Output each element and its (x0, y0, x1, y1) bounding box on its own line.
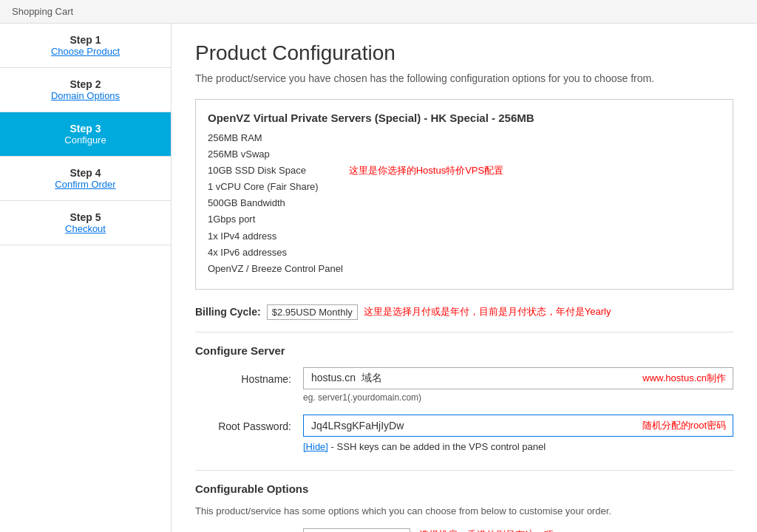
step4-sub[interactable]: Confirm Order (12, 179, 159, 190)
spec-vcpu: 1 vCPU Core (Fair Share) (208, 179, 721, 195)
step5-sub[interactable]: Checkout (12, 223, 159, 234)
sidebar-item-step3[interactable]: Step 3 Configure (0, 112, 171, 157)
step2-label: Step 2 (12, 78, 159, 90)
spec-ipv4: 1x IPv4 address (208, 228, 721, 245)
specs-annotation: 这里是你选择的Hostus特价VPS配置 (349, 165, 503, 176)
location-annotation: 选择机房，香港的则只有这一项，美国的则可选多个机房 (419, 528, 567, 532)
hostname-row: Hostname: www.hostus.cn制作 eg. server1(.y… (195, 367, 733, 403)
spec-bandwidth: 500GB Bandwidth (208, 195, 721, 211)
step4-label: Step 4 (12, 167, 159, 179)
sidebar: Step 1 Choose Product Step 2 Domain Opti… (0, 24, 172, 532)
server-location-select[interactable]: Hong Kong United States (303, 528, 410, 532)
spec-disk: 10GB SSD Disk Space 这里是你选择的Hostus特价VPS配置 (208, 163, 721, 179)
hide-link[interactable]: [Hide] (303, 441, 328, 452)
hostname-input[interactable] (303, 367, 733, 389)
hostname-label: Hostname: (195, 367, 291, 385)
step3-label: Step 3 (12, 123, 159, 134)
billing-cycle-row: Billing Cycle: $2.95USD Monthly 这里是选择月付或… (195, 304, 733, 320)
product-box: OpenVZ Virtual Private Servers (Special)… (195, 99, 733, 290)
sidebar-item-step2[interactable]: Step 2 Domain Options (0, 68, 171, 112)
configure-server-title: Configure Server (195, 344, 733, 357)
password-label: Root Password: (195, 415, 291, 432)
step2-sub[interactable]: Domain Options (12, 90, 159, 101)
sidebar-item-step1[interactable]: Step 1 Choose Product (0, 24, 171, 68)
billing-value: $2.95USD Monthly (267, 304, 358, 320)
sidebar-item-step4[interactable]: Step 4 Confirm Order (0, 157, 171, 201)
step1-sub[interactable]: Choose Product (12, 46, 159, 57)
hostname-field: www.hostus.cn制作 eg. server1(.yourdomain.… (303, 367, 733, 403)
spec-panel: OpenVZ / Breeze Control Panel (208, 261, 721, 277)
server-location-row: Server Location: Hong Kong United States… (195, 528, 733, 532)
page-desc: The product/service you have chosen has … (195, 72, 733, 84)
spec-ram: 256MB RAM (208, 130, 721, 146)
configurable-options-desc: This product/service has some options wh… (195, 505, 733, 516)
step1-label: Step 1 (12, 34, 159, 46)
configurable-options-title: Configurable Options (195, 482, 733, 495)
main-layout: Step 1 Choose Product Step 2 Domain Opti… (0, 24, 757, 532)
product-specs: 256MB RAM 256MB vSwap 10GB SSD Disk Spac… (208, 130, 721, 277)
sidebar-item-step5[interactable]: Step 5 Checkout (0, 201, 171, 245)
step5-label: Step 5 (12, 211, 159, 223)
hostname-input-wrapper: www.hostus.cn制作 (303, 367, 733, 389)
ssh-note: [Hide] - SSH keys can be added in the VP… (303, 441, 733, 452)
location-select-wrap: Hong Kong United States 选择机房，香港的则只有这一项，美… (303, 528, 567, 532)
password-field: 随机分配的root密码 [Hide] - SSH keys can be add… (303, 415, 733, 452)
billing-annotation: 这里是选择月付或是年付，目前是月付状态，年付是Yearly (364, 305, 611, 318)
content-area: Product Configuration The product/servic… (172, 24, 757, 532)
product-name: OpenVZ Virtual Private Servers (Special)… (208, 112, 721, 124)
password-annotation: 随机分配的root密码 (642, 419, 726, 432)
page-title: Product Configuration (195, 41, 733, 65)
step3-sub: Configure (12, 134, 159, 146)
hostname-hint: eg. server1(.yourdomain.com) (303, 392, 733, 403)
top-bar: Shopping Cart (0, 0, 757, 24)
ssh-note-text: - SSH keys can be added in the VPS contr… (331, 441, 546, 452)
spec-port: 1Gbps port (208, 211, 721, 228)
spec-vswap: 256MB vSwap (208, 146, 721, 163)
password-row: Root Password: 随机分配的root密码 [Hide] - SSH … (195, 415, 733, 452)
configurable-options-section: Configurable Options This product/servic… (195, 482, 733, 532)
configure-server-section: Configure Server Hostname: www.hostus.cn… (195, 344, 733, 452)
top-bar-label: Shopping Cart (12, 6, 73, 17)
billing-label: Billing Cycle: (195, 306, 261, 318)
spec-ipv6: 4x IPv6 addresses (208, 245, 721, 261)
